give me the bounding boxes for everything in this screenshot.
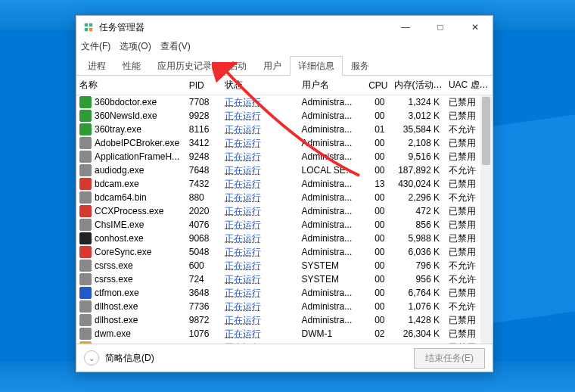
cpu-cell: 00 <box>362 163 390 177</box>
table-row[interactable]: conhost.exe9068正在运行Administra...005,988 … <box>76 232 493 245</box>
svg-rect-3 <box>89 28 92 31</box>
user-cell: Administra... <box>299 150 363 163</box>
process-icon <box>79 110 92 122</box>
status-cell: 正在运行 <box>222 232 267 245</box>
process-name-cell: 360NewsId.exe <box>95 110 157 122</box>
close-button[interactable]: ✕ <box>458 16 493 39</box>
vertical-scrollbar[interactable] <box>480 95 492 344</box>
col-cpu[interactable]: CPU <box>362 76 390 95</box>
table-row[interactable]: dwm.exe1076正在运行DWM-10226,304 K已禁用 <box>76 327 493 341</box>
user-cell: Administra... <box>299 313 363 327</box>
process-name-cell: csrss.exe <box>95 260 133 272</box>
table-row[interactable]: csrss.exe600正在运行SYSTEM00796 K不允许 <box>76 259 493 272</box>
table-row[interactable]: audiodg.exe7648正在运行LOCAL SER...00187,892… <box>76 163 493 177</box>
col-status[interactable]: 状态 <box>222 76 267 95</box>
column-header-row[interactable]: 名称 PID 状态 用户名 CPU 内存(活动的… UAC 虚拟化 <box>76 76 493 95</box>
status-cell: 正在运行 <box>222 191 267 204</box>
table-row[interactable]: csrss.exe724正在运行SYSTEM00956 K不允许 <box>76 272 493 286</box>
status-cell: 正在运行 <box>222 177 267 191</box>
user-cell: Administra... <box>299 177 363 191</box>
menu-options[interactable]: 选项(O) <box>120 40 151 53</box>
table-row[interactable]: explorer.exe4256正在运行Administra...0074,18… <box>76 341 493 344</box>
pid-cell: 3412 <box>186 136 222 150</box>
window-title: 任务管理器 <box>99 21 145 34</box>
mem-cell: 5,988 K <box>391 232 446 245</box>
process-name-cell: ChsIME.exe <box>95 219 144 231</box>
mem-cell: 9,516 K <box>391 150 446 163</box>
pid-cell: 4076 <box>186 218 222 232</box>
table-row[interactable]: 360bdoctor.exe7708正在运行Administra...001,3… <box>76 95 493 110</box>
app-icon <box>82 21 95 33</box>
pid-cell: 7708 <box>186 95 222 110</box>
title-bar[interactable]: 任务管理器 — □ ✕ <box>76 16 493 39</box>
tab-performance[interactable]: 性能 <box>114 56 149 76</box>
table-row[interactable]: 360NewsId.exe9928正在运行Administra...003,01… <box>76 109 493 123</box>
table-row[interactable]: CCXProcess.exe2020正在运行Administra...00472… <box>76 204 493 218</box>
menu-view[interactable]: 查看(V) <box>160 40 191 53</box>
maximize-button[interactable]: □ <box>423 16 458 39</box>
mem-cell: 3,012 K <box>391 109 446 123</box>
table-row[interactable]: ApplicationFrameH...9248正在运行Administra..… <box>76 150 493 163</box>
fewer-details-chevron-icon[interactable]: ⌄ <box>84 350 99 366</box>
col-user[interactable]: 用户名 <box>299 76 363 95</box>
table-row[interactable]: AdobeIPCBroker.exe3412正在运行Administra...0… <box>76 136 493 150</box>
col-mem[interactable]: 内存(活动的… <box>391 76 446 95</box>
cpu-cell: 13 <box>362 177 390 191</box>
pid-cell: 1076 <box>186 327 222 341</box>
cpu-cell: 00 <box>362 136 390 150</box>
cpu-cell: 00 <box>362 109 390 123</box>
mem-cell: 26,304 K <box>391 327 446 341</box>
tab-strip: 进程 性能 应用历史记录 启动 用户 详细信息 服务 <box>76 55 493 76</box>
status-cell: 正在运行 <box>222 123 267 136</box>
pid-cell: 3648 <box>186 286 222 300</box>
cpu-cell: 00 <box>362 245 390 259</box>
process-name-cell: 360tray.exe <box>95 124 141 135</box>
process-icon <box>79 232 92 244</box>
table-row[interactable]: 360tray.exe8116正在运行Administra...0135,584… <box>76 123 493 136</box>
table-row[interactable]: bdcam64.bin880正在运行Administra...002,296 K… <box>76 191 493 204</box>
tab-processes[interactable]: 进程 <box>79 56 114 76</box>
mem-cell: 6,036 K <box>391 245 446 259</box>
status-cell: 正在运行 <box>222 245 267 259</box>
table-row[interactable]: dllhost.exe7736正在运行Administra...001,076 … <box>76 300 493 313</box>
cpu-cell: 00 <box>362 272 390 286</box>
tab-services[interactable]: 服务 <box>343 56 378 76</box>
process-icon <box>79 219 92 231</box>
pid-cell: 5048 <box>186 245 222 259</box>
tab-details[interactable]: 详细信息 <box>290 56 343 76</box>
tab-users[interactable]: 用户 <box>255 56 290 76</box>
cpu-cell: 00 <box>362 259 390 272</box>
svg-rect-2 <box>85 28 88 31</box>
user-cell: SYSTEM <box>299 272 363 286</box>
status-cell: 正在运行 <box>222 300 267 313</box>
user-cell: Administra... <box>299 95 363 110</box>
minimize-button[interactable]: — <box>388 16 423 39</box>
tab-history[interactable]: 应用历史记录 <box>149 56 220 76</box>
table-row[interactable]: ctfmon.exe3648正在运行Administra...006,764 K… <box>76 286 493 300</box>
table-row[interactable]: CoreSync.exe5048正在运行Administra...006,036… <box>76 245 493 259</box>
process-icon <box>79 300 92 313</box>
table-row[interactable]: bdcam.exe7432正在运行Administra...13430,024 … <box>76 177 493 191</box>
end-task-button[interactable]: 结束任务(E) <box>414 348 485 369</box>
cpu-cell: 01 <box>362 123 390 136</box>
pid-cell: 724 <box>186 272 222 286</box>
fewer-details-label[interactable]: 简略信息(D) <box>105 352 154 365</box>
cpu-cell: 00 <box>362 204 390 218</box>
process-name-cell: conhost.exe <box>95 233 144 244</box>
col-pid[interactable]: PID <box>186 76 222 95</box>
pid-cell: 8116 <box>186 123 222 136</box>
col-uac[interactable]: UAC 虚拟化 <box>446 76 493 95</box>
process-name-cell: explorer.exe <box>95 342 144 344</box>
status-cell: 正在运行 <box>222 313 267 327</box>
process-icon <box>79 205 92 217</box>
user-cell: Administra... <box>299 191 363 204</box>
table-row[interactable]: dllhost.exe9872正在运行Administra...001,428 … <box>76 313 493 327</box>
col-name[interactable]: 名称 <box>76 76 186 95</box>
table-row[interactable]: ChsIME.exe4076正在运行Administra...00856 K已禁… <box>76 218 493 232</box>
mem-cell: 956 K <box>391 272 446 286</box>
pid-cell: 9248 <box>186 150 222 163</box>
tab-startup[interactable]: 启动 <box>220 56 255 76</box>
menu-file[interactable]: 文件(F) <box>81 40 110 53</box>
footer-bar: ⌄ 简略信息(D) 结束任务(E) <box>76 344 493 372</box>
scrollbar-thumb[interactable] <box>482 97 490 165</box>
